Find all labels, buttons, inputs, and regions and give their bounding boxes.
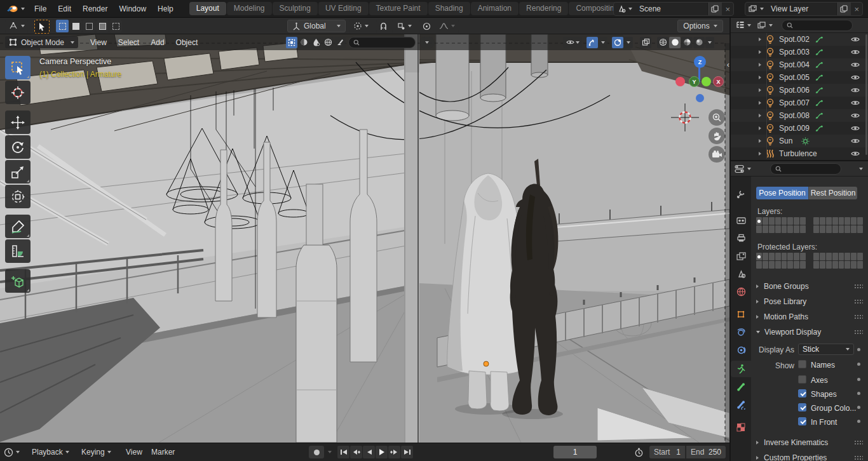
select-mode-invert[interactable]	[96, 20, 109, 32]
auto-keying-dropdown[interactable]	[325, 446, 334, 458]
use-preview-range-toggle[interactable]	[631, 446, 646, 458]
blender-menu-button[interactable]	[0, 4, 29, 13]
properties-editor-selector[interactable]	[731, 164, 754, 173]
outliner-row-spot007[interactable]: Spot.007	[731, 97, 868, 109]
panel-drag-handle[interactable]	[854, 330, 863, 335]
panel-drag-handle[interactable]	[854, 440, 863, 445]
outliner-row-sun[interactable]: Sun	[731, 135, 868, 147]
expand-icon[interactable]	[759, 101, 761, 105]
viewport-search-input[interactable]	[348, 37, 416, 48]
expand-icon[interactable]	[759, 76, 761, 79]
checkbox-group-colors[interactable]	[798, 403, 806, 411]
select-mode-new[interactable]	[56, 20, 69, 32]
frame-start-field[interactable]: Start 1	[649, 446, 686, 458]
hide-toggle-eye-icon[interactable]	[850, 136, 860, 146]
section-pose-library[interactable]: Pose Library	[756, 295, 868, 309]
outliner-filter-button[interactable]	[754, 22, 776, 29]
section-inverse-kinematics[interactable]: Inverse Kinematics	[756, 436, 868, 450]
outliner-search-input[interactable]	[782, 20, 853, 31]
pivot-point-dropdown[interactable]	[349, 20, 372, 32]
filter-brush-button[interactable]	[334, 37, 346, 48]
expand-icon[interactable]	[759, 139, 761, 143]
filter-selectable-button[interactable]	[286, 37, 297, 48]
proportional-editing-toggle[interactable]	[419, 20, 433, 32]
camera-view-button[interactable]	[709, 146, 725, 163]
keyframe-dot[interactable]	[857, 420, 860, 423]
outliner-row-turbulence[interactable]: Turbulence	[731, 147, 868, 160]
menu-edit[interactable]: Edit	[52, 0, 77, 18]
viewport-3d-scene[interactable]	[0, 34, 729, 443]
shading-rendered-button[interactable]	[693, 37, 705, 48]
gizmo-axis-x[interactable]: X	[713, 76, 724, 87]
tab-bone-constraints[interactable]	[731, 396, 751, 413]
gizmos-dropdown[interactable]	[599, 37, 607, 48]
tab-rendering[interactable]: Rendering	[519, 2, 568, 15]
expand-icon[interactable]	[759, 88, 761, 92]
expand-icon[interactable]	[759, 126, 761, 130]
keyframe-dot[interactable]	[857, 348, 860, 351]
keyframe-dot[interactable]	[857, 392, 860, 395]
outliner-row-spot004[interactable]: Spot.004	[731, 58, 868, 71]
section-custom-properties[interactable]: Custom Properties	[756, 451, 868, 461]
timeline-menu-view[interactable]: View	[126, 443, 142, 461]
outliner-row-spot009[interactable]: Spot.009	[731, 122, 868, 135]
new-scene-button[interactable]	[707, 3, 722, 15]
tab-view-layer-properties[interactable]	[731, 248, 751, 264]
overlays-dropdown[interactable]	[624, 37, 633, 48]
tab-world-properties[interactable]	[731, 283, 751, 300]
outliner-scrollbar[interactable]	[865, 34, 867, 155]
protected-layers-grid-left[interactable]	[756, 253, 806, 269]
select-mode-subtract[interactable]	[83, 20, 95, 32]
tool-select-box[interactable]	[5, 56, 31, 79]
mode-selector[interactable]: Object Mode	[5, 36, 78, 48]
layers-grid-right[interactable]	[813, 217, 863, 233]
checkbox-names[interactable]	[798, 360, 806, 368]
tool-cursor[interactable]	[5, 81, 31, 104]
outliner-row-spot003[interactable]: Spot.003	[731, 46, 868, 58]
tab-modeling[interactable]: Modeling	[227, 2, 272, 15]
checkbox-in-front[interactable]	[798, 417, 806, 425]
hide-toggle-eye-icon[interactable]	[850, 123, 860, 133]
menu-window[interactable]: Window	[113, 0, 152, 18]
display-as-dropdown[interactable]: Stick	[798, 344, 854, 355]
zoom-button[interactable]	[709, 109, 725, 126]
outliner-row-spot005[interactable]: Spot.005	[731, 71, 868, 84]
view-layer-name[interactable]: View Layer	[767, 4, 836, 13]
scene-browse-button[interactable]	[614, 3, 635, 15]
xray-toggle[interactable]	[640, 37, 651, 48]
gizmos-toggle[interactable]	[587, 37, 598, 48]
tool-measure[interactable]	[5, 239, 31, 263]
overlays-toggle[interactable]	[612, 37, 623, 48]
menu-file[interactable]: File	[29, 0, 52, 18]
object-origin-dot[interactable]	[484, 361, 489, 366]
hide-toggle-eye-icon[interactable]	[850, 60, 860, 70]
properties-search-input[interactable]	[770, 163, 841, 175]
expand-icon[interactable]	[759, 50, 761, 54]
timeline-editor-selector[interactable]	[4, 443, 20, 461]
checkbox-shapes[interactable]	[798, 389, 806, 398]
new-view-layer-button[interactable]	[836, 3, 851, 15]
tool-add-primitive[interactable]	[5, 269, 31, 293]
tool-transform[interactable]	[5, 185, 31, 208]
visibility-dropdown[interactable]	[563, 37, 582, 48]
gizmo-axis-z-neg[interactable]	[696, 94, 704, 102]
tab-uv-editing[interactable]: UV Editing	[318, 2, 369, 15]
previous-keyframe-button[interactable]	[350, 446, 362, 458]
tab-object-data-armature[interactable]	[731, 361, 751, 377]
play-reverse-button[interactable]	[363, 446, 375, 458]
tool-rotate[interactable]	[5, 135, 31, 159]
shading-wireframe-button[interactable]	[657, 37, 668, 48]
pan-button[interactable]	[709, 128, 725, 144]
panel-drag-handle[interactable]	[854, 455, 863, 460]
auto-keying-toggle[interactable]	[309, 446, 324, 458]
hide-toggle-eye-icon[interactable]	[850, 85, 860, 95]
expand-icon[interactable]	[759, 114, 761, 117]
menu-render[interactable]: Render	[77, 0, 113, 18]
snap-target-dropdown[interactable]	[392, 20, 416, 32]
panel-drag-handle[interactable]	[854, 299, 863, 304]
tab-texture-properties[interactable]	[731, 419, 751, 436]
filter-surface-button[interactable]	[298, 37, 309, 48]
select-mode-extend[interactable]	[69, 20, 82, 32]
tab-bone-properties[interactable]	[731, 378, 751, 395]
filter-metaball-button[interactable]	[310, 37, 322, 48]
